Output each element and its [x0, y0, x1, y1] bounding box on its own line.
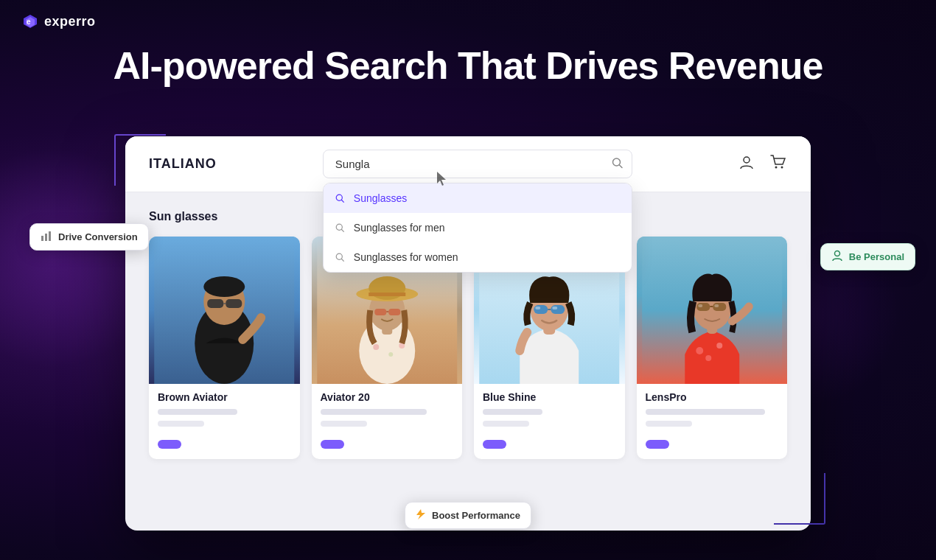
svg-line-6: [341, 200, 343, 202]
svg-rect-30: [369, 293, 405, 296]
personal-svg: [831, 250, 843, 262]
hero-title: AI-powered Search That Drives Revenue: [0, 44, 936, 88]
top-nav: e experro: [22, 13, 96, 29]
user-icon[interactable]: [738, 154, 755, 174]
svg-rect-50: [698, 304, 702, 307]
product-btn-2[interactable]: [321, 440, 344, 449]
product-btn-1[interactable]: [158, 440, 181, 449]
be-personal-badge[interactable]: Be Personal: [820, 243, 915, 270]
dropdown-label-1: Sunglasses: [354, 192, 407, 204]
product-card-1: Brown Aviator: [149, 237, 300, 459]
drive-conversion-badge[interactable]: Drive Conversion: [29, 223, 149, 251]
user-svg: [738, 154, 755, 170]
nav-icons: [738, 154, 787, 174]
product-price-bar-2: [321, 409, 427, 415]
be-personal-label: Be Personal: [849, 251, 904, 262]
svg-rect-18: [207, 299, 223, 308]
dropdown-item-sunglasses[interactable]: Sunglasses: [324, 183, 632, 213]
product-info-2: Aviator 20: [312, 384, 463, 459]
product-info-3: Blue Shine: [474, 384, 625, 459]
product-detail-bar-4: [646, 421, 692, 427]
logo-text: experro: [44, 14, 96, 29]
boost-svg: [416, 508, 426, 520]
svg-rect-40: [552, 307, 557, 309]
product-detail-bar-2: [321, 421, 367, 427]
cart-svg: [769, 154, 787, 170]
boost-performance-badge[interactable]: Boost Performance: [405, 502, 531, 529]
svg-point-45: [705, 355, 711, 361]
product-name-3: Blue Shine: [483, 391, 616, 403]
product-image-1: [149, 237, 300, 384]
search-icon: [612, 157, 624, 169]
boost-performance-icon: [416, 508, 426, 522]
product-price-bar-3: [483, 409, 542, 415]
product-price-bar-4: [646, 409, 765, 415]
svg-rect-55: [49, 231, 51, 241]
svg-point-23: [373, 344, 379, 350]
svg-point-43: [696, 347, 703, 354]
be-personal-icon: [831, 250, 843, 264]
product-image-4: [637, 237, 788, 384]
product-card-4: LensPro: [637, 237, 788, 459]
svg-point-44: [716, 343, 722, 349]
svg-point-12: [775, 167, 778, 169]
dropdown-label-3: Sunglasses for women: [354, 251, 458, 263]
dropdown-item-sunglasses-men[interactable]: Sunglasses for men: [324, 213, 632, 242]
dropdown-search-icon-3: [335, 253, 345, 262]
search-button[interactable]: [612, 157, 624, 171]
product-info-4: LensPro: [637, 384, 788, 459]
product-info-1: Brown Aviator: [149, 384, 300, 459]
svg-line-4: [619, 165, 622, 168]
drive-conversion-icon: [41, 230, 52, 244]
product-detail-bar-3: [483, 421, 529, 427]
product-btn-4[interactable]: [646, 440, 669, 449]
svg-rect-54: [45, 234, 47, 241]
svg-text:e: e: [27, 18, 31, 26]
svg-rect-37: [534, 305, 548, 314]
svg-point-17: [203, 276, 245, 297]
search-input[interactable]: [323, 150, 632, 178]
svg-point-24: [388, 352, 393, 357]
product-name-4: LensPro: [646, 391, 779, 403]
search-dropdown: Sunglasses Sunglasses for men Sunglasses…: [323, 183, 632, 273]
demo-card: ITALIANO Sunglasses: [125, 136, 811, 531]
product-detail-bar-1: [158, 421, 204, 427]
man-figure: [149, 237, 300, 384]
conversion-svg: [41, 230, 52, 242]
card-nav: ITALIANO Sunglasses: [125, 136, 811, 192]
store-brand: ITALIANO: [149, 156, 217, 172]
cart-icon[interactable]: [769, 154, 787, 174]
product-name-1: Brown Aviator: [158, 391, 291, 403]
dropdown-item-sunglasses-women[interactable]: Sunglasses for women: [324, 242, 632, 272]
search-container: Sunglasses Sunglasses for men Sunglasses…: [323, 150, 632, 178]
svg-rect-19: [226, 299, 242, 308]
product-name-2: Aviator 20: [321, 391, 454, 403]
svg-line-10: [341, 259, 343, 261]
svg-line-8: [341, 229, 343, 231]
dropdown-label-2: Sunglasses for men: [354, 222, 445, 234]
svg-rect-32: [388, 309, 400, 315]
product-btn-3[interactable]: [483, 440, 506, 449]
svg-rect-31: [374, 309, 386, 315]
boost-performance-label: Boost Performance: [432, 510, 520, 521]
svg-point-11: [744, 157, 750, 163]
product-price-bar-1: [158, 409, 237, 415]
dropdown-search-icon-1: [335, 194, 345, 203]
woman-red-figure: [637, 237, 788, 384]
drive-conversion-label: Drive Conversion: [58, 231, 138, 242]
svg-point-13: [781, 167, 783, 169]
svg-rect-39: [535, 307, 540, 309]
svg-point-56: [834, 251, 839, 256]
svg-point-29: [369, 276, 405, 300]
dropdown-search-icon-2: [335, 223, 345, 233]
svg-rect-53: [41, 236, 43, 241]
svg-marker-57: [416, 509, 425, 519]
svg-rect-38: [551, 305, 565, 314]
experro-logo-icon: e: [22, 13, 38, 29]
svg-rect-51: [714, 304, 719, 307]
